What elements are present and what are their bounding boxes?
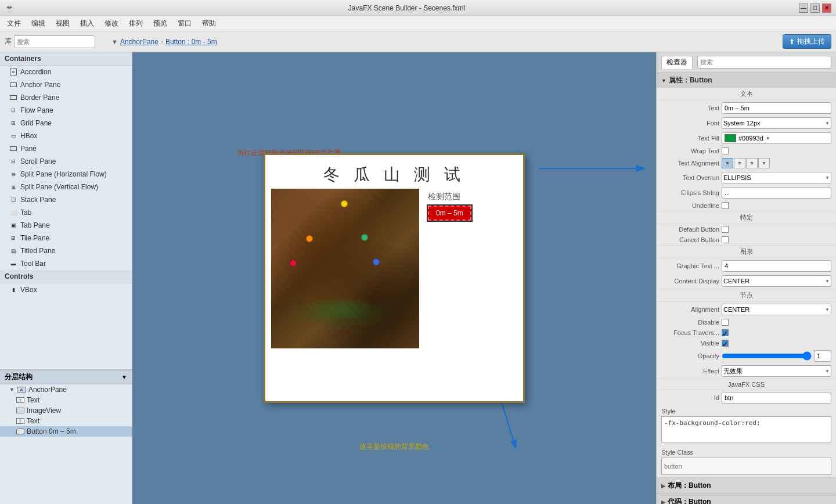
layer-button[interactable]: Button 0m – 5m (0, 426, 132, 437)
specific-subsection: 特定 (657, 211, 836, 224)
breadcrumb-anchor[interactable]: AnchorPane (120, 38, 158, 46)
minimize-button[interactable]: — (799, 3, 808, 13)
breadcrumb: ▼ AnchorPane › Button : 0m - 5m (100, 38, 778, 46)
opacity-label: Opacity (661, 352, 719, 359)
breadcrumb-dropdown[interactable]: ▼ (111, 38, 118, 45)
component-anchor-pane[interactable]: Anchor Pane (0, 78, 132, 91)
opacity-slider[interactable] (722, 352, 812, 360)
align-label: Text Alignment (661, 160, 719, 167)
default-btn-label: Default Button (661, 226, 719, 233)
opacity-value[interactable] (814, 350, 831, 362)
wraptext-checkbox[interactable] (722, 147, 729, 154)
detect-button[interactable]: 0m – 5m (428, 206, 471, 221)
library-section: 库 (5, 35, 95, 48)
id-input[interactable] (722, 392, 831, 404)
menu-file[interactable]: 文件 (2, 17, 26, 30)
upload-button[interactable]: ⬆ 拖拽上传 (783, 34, 831, 49)
component-accordion[interactable]: ≡ Accordion (0, 66, 132, 78)
component-tab-pane[interactable]: ▣ Tab Pane (0, 219, 132, 232)
overrun-label: Text Overrun (661, 174, 719, 181)
color-dropdown-arrow: ▼ (766, 136, 770, 141)
close-button[interactable]: ✕ (822, 3, 831, 13)
component-tab[interactable]: ⬜ Tab (0, 206, 132, 219)
component-split-h[interactable]: ⊟ Split Pane (Horizontal Flow) (0, 168, 132, 181)
style-class-input[interactable] (661, 458, 831, 475)
menu-arrange[interactable]: 排列 (124, 17, 147, 30)
cancel-btn-checkbox[interactable] (722, 236, 729, 243)
overrun-dropdown[interactable]: ELLIPSIS ▼ (722, 172, 831, 183)
component-vbox[interactable]: ▮ VBox (0, 283, 132, 296)
map-dot-blue (373, 258, 380, 265)
prop-disable: Disable (657, 317, 836, 327)
tab-icon: ⬜ (9, 208, 17, 217)
layer-text-1[interactable]: T Text (0, 395, 132, 405)
focus-label: Focus Travers... (661, 329, 719, 336)
breadcrumb-button[interactable]: Button : 0m - 5m (165, 38, 217, 46)
align-justify-btn[interactable]: ≡ (758, 158, 770, 168)
default-btn-checkbox[interactable] (722, 226, 729, 233)
menu-modify[interactable]: 修改 (100, 17, 123, 30)
component-toolbar[interactable]: ▬ Tool Bar (0, 257, 132, 270)
graphic-subsection: 图形 (657, 245, 836, 258)
component-flow-pane[interactable]: ⊡ Flow Pane (0, 104, 132, 117)
window-title: JavaFX Scene Builder - Secenes.fxml (15, 4, 799, 12)
inspector-search[interactable] (697, 56, 831, 69)
menu-insert[interactable]: 插入 (75, 17, 99, 30)
split-h-icon: ⊟ (9, 170, 17, 178)
component-split-v[interactable]: ⊞ Split Pane (Vertical Flow) (0, 181, 132, 193)
ellipsis-input[interactable] (722, 187, 831, 199)
font-dropdown[interactable]: System 12px ▼ (722, 117, 831, 129)
disable-checkbox[interactable] (722, 319, 729, 326)
prop-section-button: ▼ 属性：Button 文本 Text Font System 12px ▼ T… (657, 73, 836, 478)
maximize-button[interactable]: □ (810, 3, 820, 13)
color-preview (725, 134, 736, 142)
component-border-pane[interactable]: Border Pane (0, 91, 132, 104)
prop-default-btn: Default Button (657, 224, 836, 235)
inspector-tab[interactable]: 检查器 (661, 56, 693, 69)
component-tile-pane[interactable]: ⊞ Tile Pane (0, 232, 132, 244)
menu-preview[interactable]: 预览 (149, 17, 172, 30)
border-icon (9, 93, 17, 102)
text-value-input[interactable] (722, 102, 831, 114)
controls-header: Controls (0, 270, 132, 283)
menu-help[interactable]: 帮助 (197, 17, 221, 30)
style-textarea[interactable]: -fx-background-color:red; (661, 416, 831, 442)
visible-checkbox[interactable]: ✓ (722, 340, 729, 347)
prop-cancel-btn: Cancel Button (657, 235, 836, 245)
titled-icon: ▤ (9, 247, 17, 255)
annotation-text-bottom: 这里是按钮的背景颜色 (359, 442, 429, 452)
prop-section-title: 属性：Button (669, 75, 712, 85)
underline-checkbox[interactable] (722, 202, 729, 209)
prop-text: Text (657, 100, 836, 116)
component-stack-pane[interactable]: ❑ Stack Pane (0, 193, 132, 206)
textfill-swatch[interactable]: #00993d ▼ (722, 132, 831, 144)
layout-section[interactable]: ▶ 布局：Button (657, 478, 836, 494)
style-class-label: Style Class (661, 449, 831, 456)
layer-text-2[interactable]: T Text (0, 416, 132, 426)
library-search-input[interactable] (14, 35, 95, 48)
component-pane[interactable]: Pane (0, 142, 132, 155)
layer-imageview[interactable]: ImageView (0, 405, 132, 416)
menu-edit[interactable]: 编辑 (27, 17, 50, 30)
node-align-dropdown[interactable]: CENTER ▼ (722, 304, 831, 315)
layer-anchor-pane[interactable]: ▼ A AnchorPane (0, 384, 132, 395)
menu-window[interactable]: 窗口 (173, 17, 196, 30)
component-scroll-pane[interactable]: ⊟ Scroll Pane (0, 155, 132, 168)
content-display-dropdown[interactable]: CENTER ▼ (722, 275, 831, 287)
focus-checkbox[interactable]: ✓ (722, 329, 729, 336)
component-hbox[interactable]: ▭ HBox (0, 129, 132, 142)
prop-underline: Underline (657, 200, 836, 211)
window-icon: ☕ (5, 3, 15, 13)
component-grid-pane[interactable]: ⊞ Grid Pane (0, 117, 132, 129)
graphic-text-input[interactable] (722, 260, 831, 272)
code-section[interactable]: ▶ 代码：Button (657, 494, 836, 504)
button-node-icon (16, 429, 24, 434)
component-titled-pane[interactable]: ▤ Titled Pane (0, 244, 132, 257)
align-left-btn[interactable]: ≡ (722, 158, 733, 168)
align-center-btn[interactable]: ≡ (734, 158, 745, 168)
visible-label: Visible (661, 340, 719, 347)
align-right-btn[interactable]: ≡ (746, 158, 758, 168)
menu-view[interactable]: 视图 (51, 17, 74, 30)
effect-dropdown[interactable]: 无效果 ▼ (722, 365, 831, 377)
id-label: Id (661, 394, 719, 401)
